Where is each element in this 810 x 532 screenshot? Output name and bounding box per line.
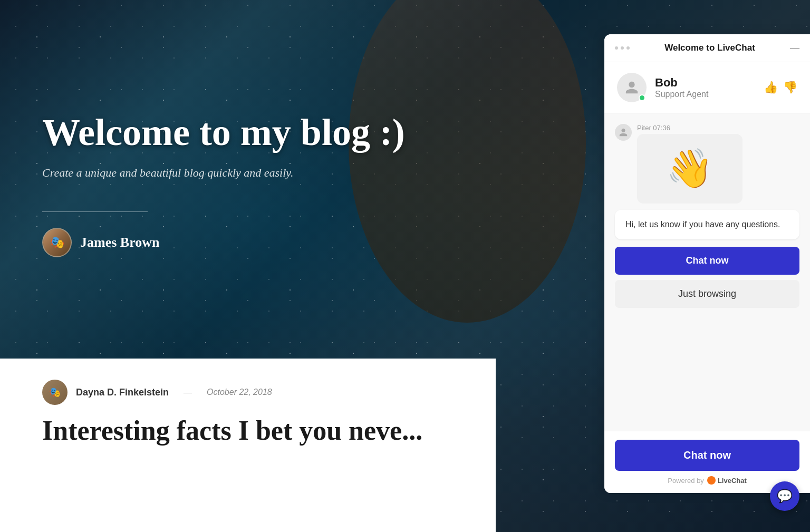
message-content: Piter 07:36 👋: [637, 124, 742, 204]
blog-main-title: Welcome to my blog :): [42, 112, 454, 153]
livechat-logo-icon: [707, 476, 716, 485]
dot-1: [615, 46, 618, 50]
thumbs-down-icon[interactable]: 👎: [783, 81, 797, 94]
agent-rating-buttons: 👍 👎: [764, 81, 797, 94]
chat-fab-icon: 💬: [777, 489, 793, 504]
message-sender: Piter: [637, 124, 651, 132]
chat-messages-area: Piter 07:36 👋 Hi, let us know if you hav…: [604, 113, 810, 431]
chat-header: Welcome to LiveChat —: [604, 34, 810, 62]
hero-author-name: James Brown: [80, 235, 159, 250]
dot-3: [626, 46, 630, 50]
livechat-logo: LiveChat: [707, 476, 747, 485]
powered-by-label: Powered by: [668, 477, 704, 485]
livechat-brand-name: LiveChat: [718, 477, 747, 485]
article-date: October 22, 2018: [207, 388, 272, 397]
just-browsing-button[interactable]: Just browsing: [615, 280, 799, 308]
chat-widget-panel: Welcome to LiveChat — Bob Support Agent …: [604, 34, 810, 493]
message-text: Hi, let us know if you have any question…: [625, 220, 780, 229]
article-author-row: 🎭 Dayna D. Finkelstein — October 22, 201…: [42, 380, 454, 405]
article-author-avatar: 🎭: [42, 380, 68, 405]
hero-author-row: 🎭 James Brown: [42, 228, 454, 257]
message-user-avatar: [615, 124, 632, 141]
message-time: 07:36: [653, 124, 670, 132]
agent-info: Bob Support Agent: [655, 76, 764, 99]
message-meta: Piter 07:36: [637, 124, 742, 132]
chat-now-button[interactable]: Chat now: [615, 247, 799, 275]
thumbs-up-icon[interactable]: 👍: [764, 81, 778, 94]
message-emoji-bubble: 👋: [637, 134, 742, 204]
message-text-bubble: Hi, let us know if you have any question…: [615, 210, 799, 239]
blog-article-section: 🎭 Dayna D. Finkelstein — October 22, 201…: [0, 359, 496, 532]
article-title: Interesting facts I bet you neve...: [42, 415, 454, 446]
agent-section: Bob Support Agent 👍 👎: [604, 62, 810, 113]
wave-emoji-icon: 👋: [666, 150, 713, 188]
dot-2: [621, 46, 624, 50]
hero-author-avatar: 🎭: [42, 228, 72, 257]
agent-online-indicator: [639, 94, 645, 101]
chat-fab-button[interactable]: 💬: [770, 481, 799, 511]
chat-header-title: Welcome to LiveChat: [664, 43, 755, 53]
agent-avatar-container: [617, 73, 647, 102]
blog-hero-section: Welcome to my blog :) Create a unique an…: [0, 0, 496, 359]
agent-name: Bob: [655, 76, 764, 90]
chat-minimize-button[interactable]: —: [790, 43, 799, 53]
agent-role: Support Agent: [655, 90, 764, 99]
hero-author-avatar-img: 🎭: [43, 229, 71, 256]
article-author-name: Dayna D. Finkelstein: [76, 387, 169, 398]
hero-divider: [42, 211, 148, 212]
message-row: Piter 07:36 👋: [615, 124, 799, 204]
powered-by-row: Powered by LiveChat: [615, 476, 799, 485]
chat-now-large-button[interactable]: Chat now: [615, 440, 799, 471]
article-date-dash: —: [184, 388, 192, 397]
chat-header-dots: [615, 46, 630, 50]
blog-subtitle: Create a unique and beautiful blog quick…: [42, 166, 454, 180]
